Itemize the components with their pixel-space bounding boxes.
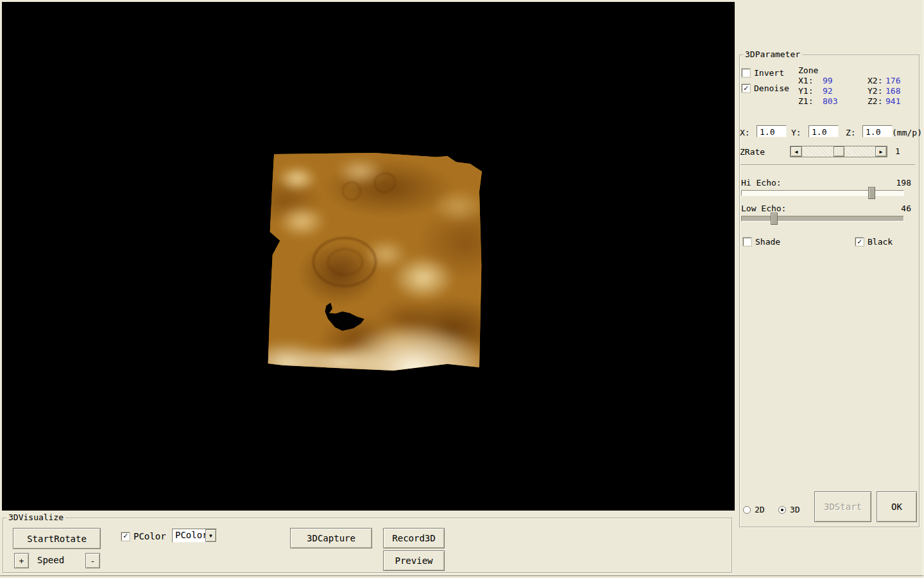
zrate-scrollbar-track[interactable] (802, 146, 875, 157)
pcolor-checkbox[interactable]: PColor (121, 531, 166, 541)
shade-checkbox-box[interactable] (743, 238, 751, 246)
denoise-checkbox-box[interactable] (742, 84, 750, 92)
chevron-down-icon[interactable]: ▼ (205, 529, 216, 542)
speed-label: Speed (37, 555, 64, 565)
zrate-value: 1 (895, 146, 900, 156)
mode-3d-label: 3D (790, 505, 800, 514)
y-scale-input[interactable] (809, 125, 839, 137)
3dcapture-button[interactable]: 3DCapture (290, 528, 372, 548)
zone-x1-label: X1: (798, 76, 823, 85)
x-scale-input[interactable] (757, 125, 787, 137)
low-echo-label: Low Echo: (741, 204, 786, 213)
invert-checkbox[interactable]: Invert (742, 68, 784, 78)
zone-row-z: Z1: 803 Z2: 941 (798, 96, 900, 106)
zone-title: Zone (798, 66, 818, 75)
pcolor-dropdown[interactable]: PColor ▼ (172, 529, 217, 543)
hi-echo-slider-track[interactable] (741, 190, 904, 196)
zone-y1-label: Y1: (798, 86, 823, 96)
zone-row-y: Y1: 92 Y2: 168 (798, 86, 900, 96)
hi-echo-slider-thumb[interactable] (868, 187, 875, 199)
zone-z2-label: Z2: (868, 96, 886, 106)
zone-x2-label: X2: (868, 76, 886, 85)
denoise-checkbox[interactable]: Denoise (742, 83, 789, 93)
zone-z1-label: Z1: (798, 96, 823, 106)
speed-plus-button[interactable]: + (14, 553, 29, 568)
zone-z1-value: 803 (823, 96, 868, 106)
zrate-scrollbar[interactable]: ◀ ▶ (790, 146, 887, 157)
z-scale-label: Z: (846, 128, 856, 137)
pcolor-checkbox-label: PColor (133, 531, 166, 541)
low-echo-value: 46 (901, 204, 911, 213)
shade-checkbox[interactable]: Shade (743, 237, 780, 247)
3dvisualize-group-title: 3DVisualize (6, 512, 65, 522)
invert-checkbox-box[interactable] (742, 69, 750, 77)
shade-label: Shade (755, 237, 780, 247)
zrate-right-arrow-icon[interactable]: ▶ (875, 146, 887, 157)
3dparameter-group-title: 3DParameter (743, 49, 802, 59)
mode-2d-radio[interactable]: 2D (743, 505, 765, 514)
hi-echo-label: Hi Echo: (741, 178, 782, 188)
hi-echo-slider[interactable] (741, 187, 904, 199)
parameter-panel: 3DParameter Invert Denoise Zone X1: 99 X… (735, 0, 924, 578)
zone-y1-value: 92 (823, 86, 868, 96)
ok-button[interactable]: OK (877, 491, 917, 522)
zone-y2-label: Y2: (868, 86, 886, 96)
start-rotate-button[interactable]: StartRotate (13, 528, 101, 549)
speed-minus-button[interactable]: - (85, 553, 100, 568)
denoise-label: Denoise (754, 83, 789, 93)
invert-label: Invert (754, 68, 784, 78)
scale-unit-label: (mm/p) (892, 128, 922, 137)
mode-3d-radio-circle[interactable] (778, 506, 786, 514)
mode-3d-radio[interactable]: 3D (778, 505, 800, 514)
low-echo-slider[interactable] (741, 213, 904, 225)
preview-button[interactable]: Preview (383, 550, 445, 571)
pcolor-dropdown-value: PColor (173, 529, 205, 542)
low-echo-slider-thumb[interactable] (771, 213, 778, 225)
zone-y2-value: 168 (886, 86, 900, 96)
pcolor-checkbox-box[interactable] (121, 532, 130, 541)
y-scale-label: Y: (791, 128, 801, 137)
x-scale-label: X: (740, 128, 750, 137)
zone-z2-value: 941 (886, 96, 900, 106)
window-right-edge (923, 0, 923, 578)
application-window: 3DParameter Invert Denoise Zone X1: 99 X… (0, 0, 924, 578)
record3d-button[interactable]: Record3D (383, 528, 445, 548)
black-label: Black (868, 237, 893, 247)
render-ring-detail (327, 249, 363, 276)
zone-x1-value: 99 (823, 76, 868, 85)
zrate-label: ZRate (740, 147, 765, 157)
low-echo-slider-track[interactable] (741, 216, 904, 222)
zrate-scrollbar-thumb[interactable] (834, 146, 844, 157)
3d-viewport[interactable] (2, 2, 735, 511)
hi-echo-value: 198 (896, 178, 911, 188)
z-scale-input[interactable] (862, 125, 893, 137)
mode-2d-radio-circle[interactable] (743, 506, 751, 514)
black-checkbox[interactable]: Black (855, 237, 893, 247)
3dstart-button[interactable]: 3DStart (814, 491, 871, 522)
black-checkbox-box[interactable] (855, 238, 864, 246)
window-bottom-edge (0, 575, 924, 576)
mode-2d-label: 2D (755, 505, 765, 514)
ultrasound-3d-render (266, 152, 482, 371)
zrate-left-arrow-icon[interactable]: ◀ (791, 146, 802, 157)
zone-x2-value: 176 (886, 76, 900, 85)
render-ring-detail (342, 182, 361, 200)
zone-row-x: X1: 99 X2: 176 (798, 76, 900, 85)
separator-line (740, 164, 915, 166)
